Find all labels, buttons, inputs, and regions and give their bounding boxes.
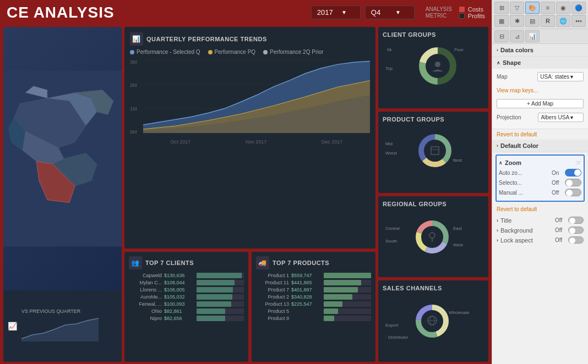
background-toggle[interactable]: [568, 227, 584, 234]
svg-text:Export: Export: [385, 323, 399, 328]
svg-text:Central: Central: [385, 226, 400, 231]
quarter-dropdown[interactable]: Q4 ▼: [365, 5, 415, 19]
table-row: Ohio $82,861: [129, 308, 244, 314]
table-row: Product 2 $340,828: [256, 294, 371, 300]
clients-table: Capweld $130,636 Mylan C... $108,044 Llo…: [129, 273, 244, 321]
svg-point-11: [435, 62, 440, 67]
bar-fill: [324, 287, 358, 293]
toolbar-format-icon[interactable]: 🎨: [525, 2, 540, 14]
add-map-button[interactable]: + Add Map: [497, 99, 584, 108]
format-sidebar: ⊞ ▽ 🎨 ≡ ◉ 🔵 ▦ ✱ ▤ R 🌐 ••• ⊟ ⊿ 📊 › Data c…: [492, 0, 588, 364]
bar-bg: [197, 273, 244, 278]
sparkline-svg: [21, 314, 99, 341]
bar-fill: [197, 301, 231, 307]
zoom-label: Zoom: [505, 159, 575, 166]
zoom-header[interactable]: ∧ Zoom ☞: [499, 158, 581, 169]
auto-zoom-toggle-container: On: [552, 169, 581, 177]
projection-label: Projection: [497, 114, 538, 120]
top-products-chart: 🚚 TOP 7 PRODUCTS Product 1 $559,747 Prod…: [252, 252, 375, 362]
background-toggle-container: Off: [555, 227, 584, 234]
selection-toggle[interactable]: [565, 179, 581, 186]
toolbar-chart-icon[interactable]: ◉: [556, 2, 570, 14]
bar-fill: [197, 316, 225, 321]
bar-bg: [324, 301, 371, 307]
toolbar-field2-icon[interactable]: ⊟: [494, 30, 509, 42]
top-products-title: 🚚 TOP 7 PRODUCTS: [256, 256, 371, 269]
legend-2q-prior: Performance 2Q Prior: [263, 49, 323, 55]
regional-groups-title: REGIONAL GROUPS: [383, 201, 484, 207]
area-chart: 3M2M1M0M: [130, 59, 370, 145]
data-colors-label: Data colors: [500, 47, 584, 53]
sidebar-toolbar: ⊞ ▽ 🎨 ≡ ◉ 🔵 ▦ ✱ ▤ R 🌐 •••: [492, 0, 588, 29]
bar-bg: [324, 294, 371, 300]
bar-bg: [324, 287, 371, 293]
page-title: CE ANALYSIS: [7, 4, 311, 21]
selection-state: Off: [552, 180, 563, 186]
top-clients-chart: 👥 TOP 7 CLIENTS Capweld $130,636 Mylan C…: [124, 252, 248, 362]
chevron-right-icon: ›: [497, 228, 498, 233]
toolbar-filter-icon[interactable]: ▽: [510, 2, 524, 14]
toolbar-fields-icon[interactable]: ⊞: [494, 2, 509, 14]
table-row: Capweld $130,636: [129, 273, 244, 278]
sidebar-toolbar-row2: ⊟ ⊿ 📊: [492, 29, 588, 44]
header: CE ANALYSIS 2017 ▼ Q4 ▼ ANALYSIS Costs: [0, 0, 492, 25]
map-dropdown[interactable]: USA: states ▼: [537, 72, 584, 81]
toolbar-bars-icon[interactable]: ≡: [541, 2, 555, 14]
chevron-down-icon: ▼: [341, 9, 347, 15]
regional-groups-panel: REGIONAL GROUPS South Central: [378, 196, 488, 278]
bar-fill: [197, 273, 242, 278]
table-row: AuroMe... $105,032: [129, 294, 244, 300]
toolbar-grid-icon[interactable]: ▦: [494, 15, 509, 27]
auto-zoom-toggle[interactable]: [565, 169, 581, 177]
lock-aspect-toggle[interactable]: [568, 236, 584, 244]
toolbar-filter2-icon[interactable]: ⊿: [510, 30, 524, 42]
default-color-header[interactable]: › Default Color: [492, 140, 588, 152]
lock-aspect-label: Lock aspect: [500, 237, 555, 244]
regional-donut-svg: South Central East West: [383, 211, 471, 257]
projection-dropdown[interactable]: Albers USA ▼: [538, 113, 584, 122]
metric-row: METRIC Profits: [426, 13, 485, 19]
toolbar-globe-icon[interactable]: 🌐: [556, 15, 570, 27]
toolbar-r-icon[interactable]: R: [541, 15, 555, 27]
title-toggle[interactable]: [568, 217, 584, 224]
svg-text:Poor: Poor: [454, 47, 464, 52]
toolbar-highlight-icon[interactable]: ✱: [510, 15, 524, 27]
svg-text:Best: Best: [453, 158, 462, 163]
toolbar-ellipsis-icon[interactable]: •••: [571, 15, 586, 27]
shape-label: Shape: [503, 59, 584, 66]
product-donut-svg: Worst Mid Best: [383, 126, 471, 170]
title-row: › Title Off: [497, 217, 584, 224]
revert-default-link-2[interactable]: Revert to default: [497, 206, 584, 212]
sidebar-bottom-options: › Title Off › Background Off: [492, 214, 588, 249]
auto-zoom-row: Auto zo... On: [499, 169, 581, 177]
right-panels: CLIENT GROUPS 0k Top Poor: [378, 27, 488, 362]
products-table: Product 1 $559,747 Product 11 $441,865 P…: [256, 273, 371, 321]
bar-fill: [197, 287, 233, 293]
view-map-keys-link[interactable]: View map keys...: [497, 87, 538, 93]
zoom-section: ∧ Zoom ☞ Auto zo... On Selecto... O: [496, 155, 585, 202]
shape-content: Map USA: states ▼ View map keys... + Add…: [492, 69, 588, 129]
manual-label: Manual ...: [499, 190, 552, 196]
shape-header[interactable]: ∧ Shape: [492, 57, 588, 69]
toolbar-table-icon[interactable]: ▤: [525, 15, 540, 27]
year-dropdown[interactable]: 2017 ▼: [311, 5, 361, 19]
map-visualization: [3, 27, 122, 290]
quarterly-chart-title: 📊 QUARTERLY PERFORMANCE TRENDS: [130, 32, 370, 46]
bar-bg: [197, 294, 244, 300]
toolbar-palette-icon[interactable]: 🔵: [571, 2, 586, 14]
revert-default-link[interactable]: Revert to default: [497, 131, 584, 137]
data-colors-header[interactable]: › Data colors: [492, 44, 588, 56]
toolbar-analytics-icon[interactable]: 📊: [525, 30, 540, 42]
table-row: Product 1 $559,747: [256, 273, 371, 278]
svg-point-27: [429, 233, 435, 238]
map-panel: 📈 VS PREVIOUS QUARTER: [3, 27, 122, 362]
chevron-up-icon: ∧: [499, 160, 503, 166]
table-row: Fenwal, ... $100,093: [129, 301, 244, 307]
clients-icon: 👥: [129, 256, 142, 269]
client-groups-donut: 0k Top Poor: [383, 41, 484, 85]
manual-toggle[interactable]: [565, 189, 581, 196]
vs-previous-label: VS PREVIOUS QUARTER: [21, 308, 99, 314]
chart-icon: 📊: [130, 32, 143, 46]
regional-groups-donut: South Central East West: [383, 211, 484, 255]
chevron-down-icon: ▼: [395, 9, 401, 15]
